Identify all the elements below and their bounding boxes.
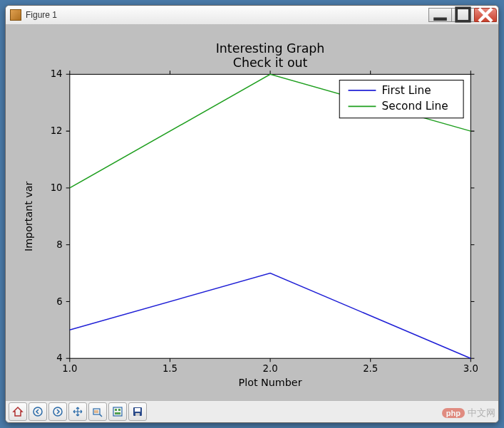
pan-button[interactable]	[68, 402, 87, 421]
svg-text:1.0: 1.0	[62, 362, 77, 373]
save-button[interactable]	[128, 402, 147, 421]
svg-point-48	[53, 407, 62, 416]
svg-rect-52	[118, 409, 120, 411]
watermark-logo: php	[442, 408, 465, 418]
svg-rect-50	[113, 407, 122, 416]
minimize-button[interactable]	[428, 8, 451, 22]
titlebar[interactable]: Figure 1	[6, 6, 498, 25]
svg-text:14: 14	[51, 68, 63, 79]
watermark: php 中文网	[442, 407, 495, 419]
svg-text:1.5: 1.5	[163, 362, 178, 373]
svg-text:Check it out: Check it out	[233, 56, 308, 70]
navigation-toolbar	[6, 400, 498, 422]
svg-rect-56	[135, 413, 140, 416]
svg-rect-51	[115, 409, 117, 411]
svg-text:12: 12	[51, 125, 63, 136]
svg-text:3.0: 3.0	[463, 362, 478, 373]
configure-subplots-button[interactable]	[108, 402, 127, 421]
figure-content: 4681012141.01.52.02.53.0Interesting Grap…	[6, 25, 498, 400]
zoom-button[interactable]	[88, 402, 107, 421]
forward-button[interactable]	[48, 402, 67, 421]
svg-rect-55	[135, 408, 140, 412]
svg-point-47	[34, 407, 42, 416]
svg-text:Plot Number: Plot Number	[239, 377, 302, 388]
figure-window: Figure 1 4681012141.01.52.02.53.0Interes…	[5, 5, 499, 423]
svg-text:4: 4	[56, 353, 62, 363]
svg-text:Important var: Important var	[23, 181, 34, 251]
back-button[interactable]	[29, 402, 47, 421]
svg-rect-53	[115, 412, 120, 414]
svg-text:Interesting Graph: Interesting Graph	[216, 41, 325, 55]
maximize-button[interactable]	[451, 8, 474, 22]
svg-text:2.5: 2.5	[363, 362, 378, 373]
svg-rect-1	[456, 9, 470, 22]
svg-text:8: 8	[56, 239, 62, 249]
svg-text:2.0: 2.0	[263, 362, 278, 373]
window-title: Figure 1	[26, 10, 428, 20]
chart-svg: 4681012141.01.52.02.53.0Interesting Grap…	[11, 31, 493, 395]
svg-text:Second Line: Second Line	[382, 100, 448, 113]
svg-text:6: 6	[56, 296, 62, 306]
window-controls	[428, 8, 497, 22]
svg-text:10: 10	[51, 182, 63, 193]
home-button[interactable]	[9, 402, 27, 421]
matplotlib-icon	[10, 9, 21, 21]
svg-text:First Line: First Line	[382, 84, 431, 97]
watermark-text: 中文网	[468, 407, 495, 419]
close-button[interactable]	[474, 8, 497, 22]
plot-area: 4681012141.01.52.02.53.0Interesting Grap…	[11, 31, 493, 395]
